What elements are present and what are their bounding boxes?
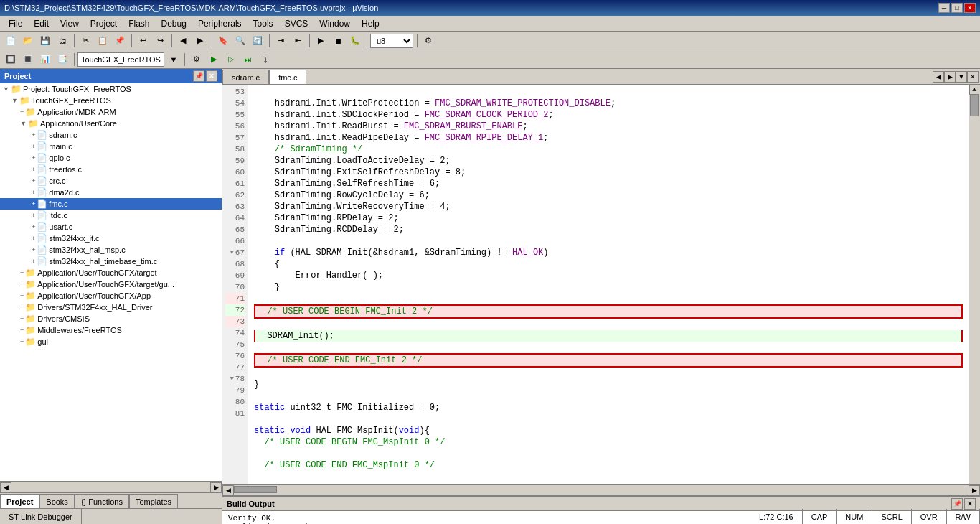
tree-item-ltdc[interactable]: + 📄 ltdc.c: [0, 210, 222, 221]
expand-icon[interactable]: +: [32, 200, 35, 207]
tab-dropdown-btn[interactable]: ▼: [956, 71, 967, 83]
save-all-button[interactable]: 🗂: [55, 33, 70, 49]
redo-button[interactable]: ↪: [152, 33, 168, 49]
tree-item-msp[interactable]: + 📄 stm32f4xx_hal_msp.c: [0, 244, 222, 256]
tree-item-timebase[interactable]: + 📄 stm32f4xx_hal_timebase_tim.c: [0, 256, 222, 267]
tree-item-app[interactable]: + 📁 Application/User/TouchGFX/App: [0, 290, 222, 301]
tree-item-sdram[interactable]: + 📄 sdram.c: [0, 129, 222, 141]
tree-item-freertos-mw[interactable]: + 📁 Middlewares/FreeRTOS: [0, 324, 222, 336]
expand-icon[interactable]: +: [32, 166, 35, 173]
expand-icon[interactable]: +: [20, 304, 24, 311]
hscroll-right-btn[interactable]: ▶: [969, 485, 980, 495]
tb2-btn3[interactable]: 📊: [37, 52, 53, 67]
tree-item-dma2d[interactable]: + 📄 dma2d.c: [0, 187, 222, 198]
expand-icon[interactable]: +: [32, 235, 35, 242]
expand-icon[interactable]: ▼: [11, 97, 18, 104]
tab-project[interactable]: Project: [0, 494, 39, 508]
menu-help[interactable]: Help: [356, 17, 385, 30]
bookmark-button[interactable]: 🔖: [215, 33, 231, 49]
tb2-btn1[interactable]: 🔲: [3, 52, 19, 67]
expand-icon[interactable]: +: [20, 269, 24, 276]
expand-icon[interactable]: +: [32, 212, 35, 219]
tree-item-main[interactable]: + 📄 main.c: [0, 141, 222, 152]
expand-icon[interactable]: ▼: [20, 120, 27, 127]
tree-item-drivers-hal[interactable]: + 📁 Drivers/STM32F4xx_HAL_Driver: [0, 301, 222, 313]
run-btn[interactable]: ▶: [206, 52, 222, 67]
menu-svcs[interactable]: SVCS: [279, 17, 314, 30]
undo-button[interactable]: ↩: [135, 33, 151, 49]
cut-button[interactable]: ✂: [77, 33, 93, 49]
tab-close-btn[interactable]: ✕: [967, 71, 979, 83]
expand-icon[interactable]: +: [32, 154, 35, 162]
run-btn3[interactable]: ⏭: [240, 52, 256, 67]
expand-icon[interactable]: +: [32, 223, 35, 230]
stop-button[interactable]: ⏹: [330, 33, 346, 49]
tb2-btn2[interactable]: 🔳: [20, 52, 36, 67]
tab-left-btn[interactable]: ◀: [933, 71, 944, 83]
replace-button[interactable]: 🔄: [250, 33, 265, 49]
tree-item-crc[interactable]: + 📄 crc.c: [0, 175, 222, 187]
config-button[interactable]: ⚙: [420, 33, 436, 49]
expand-icon[interactable]: +: [32, 189, 35, 196]
editor-vscroll[interactable]: ▲: [969, 85, 980, 484]
tab-right-btn[interactable]: ▶: [944, 71, 956, 83]
build-pin-btn[interactable]: 📌: [951, 498, 963, 510]
build-close-btn[interactable]: ✕: [964, 498, 976, 510]
hscroll-thumb[interactable]: [234, 486, 277, 493]
save-button[interactable]: 💾: [37, 33, 53, 49]
expand-icon[interactable]: +: [32, 258, 35, 265]
menu-project[interactable]: Project: [85, 17, 123, 30]
outdent-button[interactable]: ⇤: [290, 33, 306, 49]
menu-edit[interactable]: Edit: [28, 17, 55, 30]
project-selector[interactable]: TouchGFX_FreeRTOS: [77, 52, 164, 67]
tree-item-fmc[interactable]: + 📄 fmc.c: [0, 198, 222, 210]
expand-icon[interactable]: +: [32, 246, 35, 253]
search-button[interactable]: 🔍: [232, 33, 248, 49]
nav-back-button[interactable]: ◀: [175, 33, 191, 49]
expand-icon[interactable]: +: [20, 108, 24, 116]
nav-fwd-button[interactable]: ▶: [192, 33, 208, 49]
tree-item-target2[interactable]: + 📁 Application/User/TouchGFX/target/gu.…: [0, 279, 222, 290]
tb2-btn4[interactable]: 📑: [55, 52, 70, 67]
minimize-button[interactable]: ─: [938, 3, 950, 13]
tree-item-gui[interactable]: + 📁 gui: [0, 336, 222, 347]
tree-item-root[interactable]: ▼ 📁 TouchGFX_FreeRTOS: [0, 95, 222, 106]
expand-icon[interactable]: +: [20, 338, 24, 345]
expand-icon[interactable]: +: [20, 327, 24, 334]
expand-icon[interactable]: +: [32, 143, 35, 150]
run-btn2[interactable]: ▷: [223, 52, 239, 67]
menu-file[interactable]: File: [3, 17, 28, 30]
indent-button[interactable]: ⇥: [273, 33, 288, 49]
new-file-button[interactable]: 📄: [3, 33, 19, 49]
tree-item-project-root[interactable]: ▼ 📁 Project: TouchGFX_FreeRTOS: [0, 83, 222, 95]
menu-window[interactable]: Window: [314, 17, 356, 30]
close-button[interactable]: ✕: [964, 3, 976, 13]
copy-button[interactable]: 📋: [95, 33, 110, 49]
tree-hscroll[interactable]: ◀ ▶: [0, 481, 222, 492]
expand-icon[interactable]: ▼: [3, 85, 9, 93]
tab-functions[interactable]: {} Functions: [75, 494, 129, 508]
menu-view[interactable]: View: [55, 17, 85, 30]
debug-button[interactable]: 🐛: [347, 33, 363, 49]
expand-icon[interactable]: +: [32, 177, 35, 184]
tree-item-freertos[interactable]: + 📄 freertos.c: [0, 164, 222, 175]
tree-item-it[interactable]: + 📄 stm32f4xx_it.c: [0, 233, 222, 244]
panel-pin-button[interactable]: 📌: [193, 70, 204, 82]
tree-item-mdk[interactable]: + 📁 Application/MDK-ARM: [0, 106, 222, 118]
menu-debug[interactable]: Debug: [156, 17, 192, 30]
run-btn4[interactable]: ⤵: [258, 52, 273, 67]
tab-books[interactable]: Books: [39, 494, 75, 508]
menu-peripherals[interactable]: Peripherals: [192, 17, 248, 30]
tree-item-cmsis[interactable]: + 📁 Drivers/CMSIS: [0, 313, 222, 324]
tree-item-usart[interactable]: + 📄 usart.c: [0, 221, 222, 233]
tree-item-target[interactable]: + 📁 Application/User/TouchGFX/target: [0, 267, 222, 279]
select-dropdown-button[interactable]: ▼: [166, 52, 182, 67]
tab-sdram[interactable]: sdram.c: [222, 70, 269, 84]
tab-templates[interactable]: Templates: [129, 494, 178, 508]
target-dropdown[interactable]: u8: [370, 34, 413, 48]
tree-item-core[interactable]: ▼ 📁 Application/User/Core: [0, 118, 222, 129]
build-button[interactable]: ▶: [313, 33, 329, 49]
panel-close-button[interactable]: ✕: [206, 70, 217, 82]
expand-icon[interactable]: +: [20, 292, 24, 299]
scroll-up-btn[interactable]: ▲: [969, 85, 979, 95]
